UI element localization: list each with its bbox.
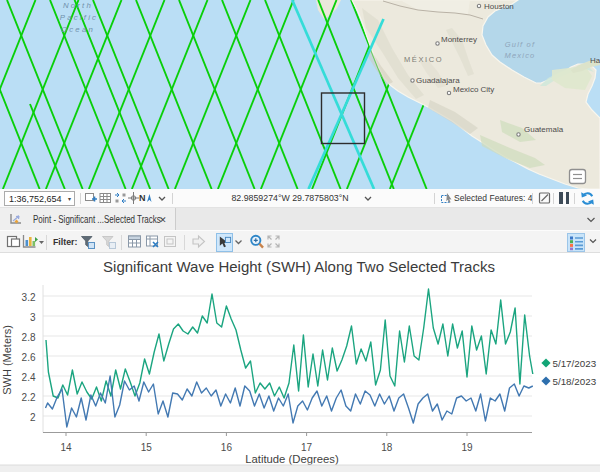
svg-text:2.4: 2.4 xyxy=(22,372,36,383)
svg-text:Guadalajara: Guadalajara xyxy=(416,76,460,85)
svg-text:Ha: Ha xyxy=(590,56,600,65)
svg-text:2.2: 2.2 xyxy=(22,392,36,403)
svg-text:5/18/2023: 5/18/2023 xyxy=(553,376,597,387)
svg-text:Ocean: Ocean xyxy=(61,25,95,34)
svg-text:Mexico: Mexico xyxy=(505,51,536,60)
svg-text:SWH (Meters): SWH (Meters) xyxy=(1,325,13,395)
svg-text:N: N xyxy=(139,193,146,203)
svg-text:2.8: 2.8 xyxy=(22,332,36,343)
svg-text:15: 15 xyxy=(141,442,153,453)
svg-text:Guatemala: Guatemala xyxy=(524,125,564,134)
svg-text:19: 19 xyxy=(461,442,473,453)
svg-text:Houston: Houston xyxy=(484,2,514,11)
svg-text:MÉXICO: MÉXICO xyxy=(404,55,443,64)
svg-text:Mexico City: Mexico City xyxy=(453,85,494,94)
svg-text:Significant Wave Height (SWH): Significant Wave Height (SWH) Along Two … xyxy=(103,258,495,275)
svg-text:Gulf of: Gulf of xyxy=(505,40,536,49)
svg-text:Monterrey: Monterrey xyxy=(441,35,477,44)
svg-text:3: 3 xyxy=(30,312,36,323)
svg-text:16: 16 xyxy=(221,442,233,453)
svg-text:2.6: 2.6 xyxy=(22,352,36,363)
svg-text:18: 18 xyxy=(381,442,393,453)
svg-text:2: 2 xyxy=(30,412,36,423)
svg-text:3.2: 3.2 xyxy=(22,292,36,303)
svg-text:Pacific: Pacific xyxy=(60,13,98,22)
svg-text:Latitude (Degrees): Latitude (Degrees) xyxy=(245,453,339,465)
svg-text:North: North xyxy=(63,1,93,10)
svg-text:17: 17 xyxy=(301,442,313,453)
svg-text:14: 14 xyxy=(60,442,72,453)
svg-text:5/17/2023: 5/17/2023 xyxy=(553,358,597,369)
